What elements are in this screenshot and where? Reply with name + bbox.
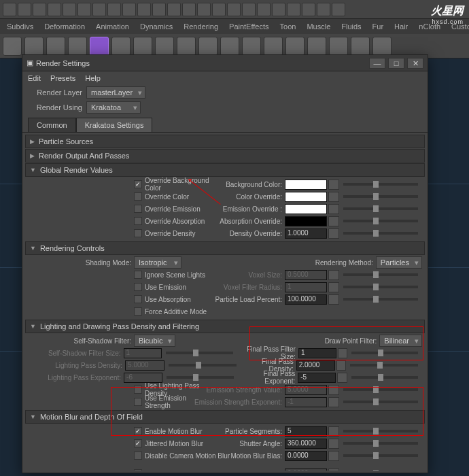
map-slot[interactable]	[328, 397, 339, 407]
shelf-icon[interactable]	[3, 37, 22, 56]
shelf-icon[interactable]	[133, 37, 152, 56]
slider[interactable]	[343, 454, 418, 457]
map-slot[interactable]	[328, 294, 339, 305]
toolbar-icon[interactable]	[137, 3, 151, 16]
map-slot[interactable]	[328, 385, 339, 395]
slider[interactable]	[351, 376, 418, 379]
toolbar-icon[interactable]	[332, 3, 345, 16]
shelf-icon[interactable]	[242, 37, 261, 56]
toolbar-icon[interactable]	[257, 3, 271, 16]
toolbar-icon[interactable]	[302, 3, 315, 16]
shading-mode-dropdown[interactable]: Isotropic	[134, 256, 181, 269]
menu-edit[interactable]: Edit	[28, 74, 41, 82]
tab-krakatoa-settings[interactable]: Krakatoa Settings	[76, 118, 153, 132]
slider[interactable]	[343, 232, 418, 235]
shelf-icon[interactable]	[24, 37, 44, 56]
maximize-button[interactable]: □	[388, 58, 404, 69]
toolbar-icon[interactable]	[272, 3, 285, 16]
section-rendering-controls[interactable]: ▼Rendering Controls	[25, 241, 425, 255]
value-input[interactable]: 5	[285, 426, 327, 437]
toolbar-icon[interactable]	[77, 3, 91, 16]
shelf-tab[interactable]: PaintEffects	[225, 21, 273, 32]
toolbar-icon[interactable]	[227, 3, 241, 16]
toolbar-icon[interactable]	[3, 3, 16, 16]
shelf-icon[interactable]	[68, 37, 87, 56]
checkbox[interactable]	[134, 439, 142, 447]
titlebar[interactable]: ▣ Render Settings — □ ✕	[22, 55, 428, 71]
close-button[interactable]: ✕	[407, 58, 423, 69]
section-lighting[interactable]: ▼Lighting and Drawing Pass Density and F…	[25, 320, 425, 333]
slider[interactable]	[351, 352, 418, 354]
checkbox[interactable]	[134, 180, 142, 188]
slider[interactable]	[343, 430, 418, 432]
shelf-icon[interactable]	[285, 37, 305, 56]
draw-point-filter-dropdown[interactable]: Bilinear	[379, 335, 422, 347]
map-slot[interactable]	[328, 228, 339, 239]
value-input[interactable]: 360.0000	[285, 439, 327, 449]
map-slot[interactable]	[328, 216, 339, 226]
section-global-render[interactable]: ▼Global Render Values	[25, 163, 425, 177]
shelf-icon[interactable]	[198, 37, 218, 56]
toolbar-icon[interactable]	[152, 3, 166, 16]
shelf-icon[interactable]	[46, 37, 65, 56]
map-slot[interactable]	[328, 270, 339, 280]
map-slot[interactable]	[328, 282, 339, 292]
toolbar-icon[interactable]	[107, 3, 121, 16]
rendering-method-dropdown[interactable]: Particles	[376, 256, 422, 269]
map-slot[interactable]	[338, 348, 347, 358]
checkbox[interactable]	[134, 229, 142, 237]
slider[interactable]	[169, 364, 237, 367]
slider[interactable]	[343, 286, 418, 288]
toolbar-icon[interactable]	[167, 3, 181, 16]
shelf-tab[interactable]: Fur	[368, 21, 388, 32]
checkbox[interactable]	[134, 283, 142, 291]
checkbox[interactable]	[134, 192, 142, 201]
slider[interactable]	[343, 388, 418, 391]
slider[interactable]	[343, 220, 418, 222]
toolbar-icon[interactable]	[182, 3, 196, 16]
checkbox[interactable]	[134, 205, 142, 213]
section-render-output[interactable]: ▶Render Output And Passes	[25, 149, 425, 163]
color-swatch[interactable]	[285, 204, 327, 214]
render-layer-dropdown[interactable]: masterLayer	[86, 86, 145, 99]
shelf-tab[interactable]: Toon	[276, 21, 300, 32]
checkbox[interactable]	[134, 271, 142, 279]
checkbox[interactable]	[134, 307, 142, 316]
map-slot[interactable]	[328, 192, 339, 202]
slider[interactable]	[343, 183, 418, 186]
menu-presets[interactable]: Presets	[50, 74, 75, 82]
minimize-button[interactable]: —	[369, 58, 385, 69]
toolbar-icon[interactable]	[242, 3, 256, 16]
menu-help[interactable]: Help	[85, 74, 101, 82]
shelf-icon[interactable]	[177, 37, 196, 56]
shelf-tab[interactable]: Hair	[390, 21, 412, 32]
shelf-tab[interactable]: Animation	[92, 21, 133, 32]
slider[interactable]	[343, 442, 418, 445]
shelf-tab[interactable]: Muscle	[302, 21, 334, 32]
toolbar-icon[interactable]	[212, 3, 226, 16]
toolbar-icon[interactable]	[197, 3, 211, 16]
checkbox[interactable]	[134, 427, 142, 435]
toolbar-icon[interactable]	[18, 3, 31, 16]
map-slot[interactable]	[336, 360, 347, 371]
shelf-icon[interactable]	[111, 37, 131, 56]
shelf-tab[interactable]: Subdivs	[3, 21, 37, 32]
shelf-icon[interactable]	[329, 37, 348, 56]
slider[interactable]	[343, 273, 418, 276]
map-slot[interactable]	[328, 204, 339, 214]
checkbox[interactable]	[134, 217, 142, 225]
slider[interactable]	[343, 298, 418, 301]
checkbox[interactable]	[134, 295, 142, 303]
toolbar-icon[interactable]	[63, 3, 76, 16]
map-slot[interactable]	[328, 426, 339, 437]
map-slot[interactable]	[328, 439, 339, 449]
shelf-icon[interactable]	[351, 37, 370, 56]
shelf-tab[interactable]: Fluids	[337, 21, 365, 32]
value-input[interactable]: 2.0000	[296, 360, 335, 371]
checkbox[interactable]	[134, 469, 142, 471]
map-slot[interactable]	[337, 373, 347, 383]
toolbar-icon[interactable]	[48, 3, 61, 16]
slider[interactable]	[343, 195, 418, 198]
value-input[interactable]: -5	[298, 373, 336, 383]
slider[interactable]	[343, 401, 418, 403]
